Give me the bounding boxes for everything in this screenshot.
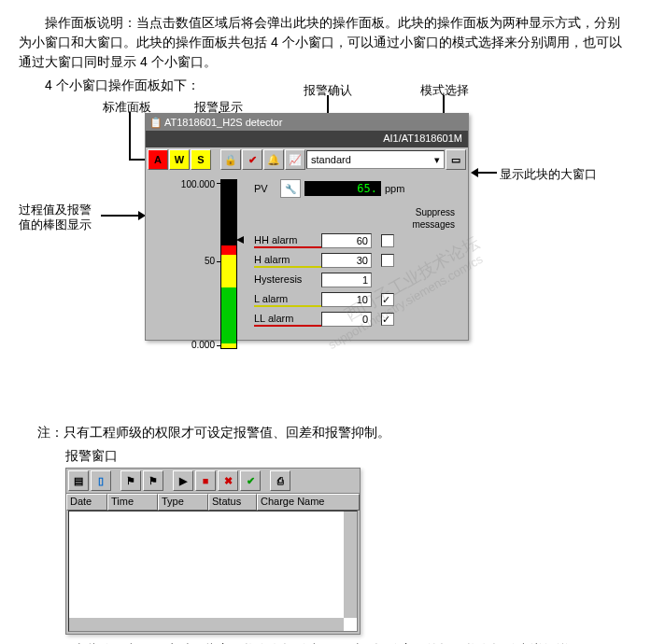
col-charge[interactable]: Charge Name	[257, 494, 360, 511]
pv-marker-icon	[236, 236, 244, 244]
bell-icon: 🔔	[267, 154, 280, 166]
hscrollbar[interactable]	[69, 618, 344, 631]
arrow-left-icon	[471, 168, 478, 177]
aw-btn-8[interactable]: ✔	[240, 470, 261, 491]
aw-btn-4[interactable]: ⚑	[143, 470, 163, 491]
list-icon: ▤	[74, 475, 83, 487]
bar-chart	[220, 179, 237, 349]
pv-row: PV 🔧 65. ppm	[254, 179, 459, 198]
flag2-icon: ⚑	[149, 475, 158, 487]
mode-select[interactable]: standard▾	[306, 150, 445, 169]
lock-icon: 🔒	[224, 154, 237, 166]
aw-btn-9[interactable]: ⎙	[270, 470, 290, 491]
pv-value: 65.	[304, 181, 381, 196]
alarm-table-header: Date Time Type Status Charge Name	[66, 493, 360, 511]
faceplate-panel: 📋 AT1818601_H2S detector AI1/AT1818601M …	[145, 113, 469, 341]
faceplate-diagram: 标准面板 报警显示 报警确认 模式选择 显示此块的大窗口 过程值及报警 值的棒图…	[19, 99, 607, 402]
note-text: 注：只有工程师级的权限才可设定报警值、回差和报警抑制。	[37, 423, 632, 442]
alarm-window: ▤ ▯ ⚑ ⚑ ▶ ■ ✖ ✔ ⎙ Date Time Type Status …	[65, 468, 361, 635]
window-titlebar: 📋 AT1818601_H2S detector	[146, 114, 468, 131]
lock-button[interactable]: 🔒	[220, 149, 241, 170]
bell-button[interactable]: 🔔	[263, 149, 284, 170]
l-suppress-checkbox[interactable]: ✓	[381, 293, 394, 306]
col-status[interactable]: Status	[208, 494, 257, 511]
hh-alarm-value[interactable]: 60	[321, 233, 372, 248]
aw-btn-7[interactable]: ✖	[218, 470, 238, 491]
ll-alarm-value[interactable]: 0	[321, 312, 372, 327]
hh-suppress-checkbox[interactable]	[381, 234, 394, 247]
aw-btn-3[interactable]: ⚑	[120, 470, 141, 491]
expand-icon: ▭	[451, 154, 460, 166]
annot-show-big: 显示此块的大窗口	[500, 166, 597, 183]
pv-unit: ppm	[385, 183, 404, 194]
suppress-label-2: messages	[254, 219, 459, 230]
aw-btn-1[interactable]: ▤	[68, 470, 89, 491]
expand-button[interactable]: ▭	[446, 149, 466, 170]
pv-label: PV	[254, 183, 280, 194]
aw-btn-6[interactable]: ■	[195, 470, 216, 491]
hysteresis-value[interactable]: 1	[321, 273, 372, 287]
h-alarm-label: H alarm	[254, 254, 321, 268]
alarm-w-button[interactable]: W	[169, 149, 190, 170]
col-type[interactable]: Type	[158, 494, 208, 511]
col-time[interactable]: Time	[107, 494, 158, 511]
aw-btn-2[interactable]: ▯	[91, 470, 111, 491]
hysteresis-label: Hysteresis	[254, 273, 321, 287]
trend-button[interactable]: 📈	[285, 149, 305, 170]
check-green-icon: ✔	[247, 475, 255, 487]
cross-icon: ✖	[224, 475, 233, 487]
suppress-label-1: Suppress	[254, 207, 459, 217]
chevron-down-icon: ▾	[434, 154, 440, 166]
page-icon: ▯	[98, 475, 104, 487]
hh-alarm-label: HH alarm	[254, 234, 321, 248]
description-para-3: 当此信号出现故障时，此窗口将会有报警出现，对于报警窗口的操作将在报警中详细说明。	[47, 640, 632, 644]
scale-mid: 50	[205, 256, 215, 266]
description-para-1: 操作面板说明：当点击数值区域后将会弹出此块的操作面板。此块的操作面板为两种显示方…	[19, 13, 632, 72]
panel-toolbar: A W S 🔒 ✔ 🔔 📈 standard▾ ▭	[146, 147, 468, 172]
vscrollbar[interactable]	[344, 511, 357, 618]
ll-suppress-checkbox[interactable]: ✓	[381, 313, 394, 326]
alarm-s-button[interactable]: S	[191, 149, 211, 170]
l-alarm-value[interactable]: 10	[321, 292, 372, 307]
print-icon: ⎙	[277, 475, 284, 486]
bar-scale: 100.000 50 0.000	[155, 179, 219, 330]
scale-bot: 0.000	[191, 340, 215, 350]
l-alarm-label: L alarm	[254, 293, 321, 307]
flag-icon: ⚑	[126, 475, 135, 487]
annot-bar-2: 值的棒图显示	[19, 217, 92, 233]
window-title: AT1818601_H2S detector	[164, 117, 282, 128]
pv-config-button[interactable]: 🔧	[280, 179, 301, 198]
alarm-window-heading: 报警窗口	[65, 446, 632, 466]
alarm-a-button[interactable]: A	[148, 149, 168, 170]
play-icon: ▶	[179, 475, 187, 487]
alarm-table-body	[68, 511, 358, 632]
annot-mode-select: 模式选择	[420, 82, 469, 99]
check-icon: ✔	[248, 154, 257, 166]
aw-btn-5[interactable]: ▶	[173, 470, 193, 491]
tag-bar: AI1/AT1818601M	[146, 131, 468, 147]
alarm-toolbar: ▤ ▯ ⚑ ⚑ ▶ ■ ✖ ✔ ⎙	[66, 469, 360, 493]
scale-top: 100.000	[181, 179, 215, 189]
mode-value: standard	[311, 154, 351, 165]
h-suppress-checkbox[interactable]	[381, 254, 394, 267]
col-date[interactable]: Date	[66, 494, 107, 511]
ll-alarm-label: LL alarm	[254, 313, 321, 327]
h-alarm-value[interactable]: 30	[321, 253, 372, 268]
trend-icon: 📈	[289, 154, 302, 166]
ack-button[interactable]: ✔	[242, 149, 262, 170]
wrench-icon: 🔧	[285, 184, 296, 194]
stop-red-icon: ■	[203, 475, 209, 486]
